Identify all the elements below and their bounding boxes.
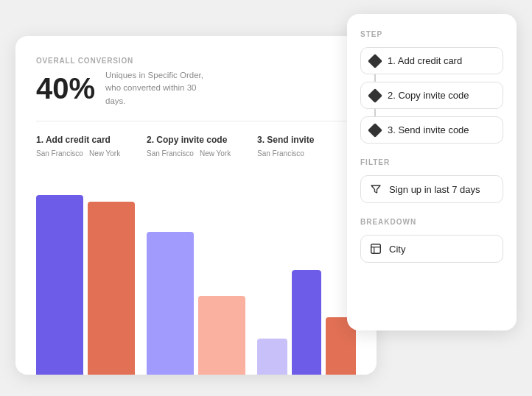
- chart-group-3: 3. Send invite San Francisco: [257, 135, 356, 375]
- chart-group-2-title: 2. Copy invite code: [147, 135, 245, 145]
- filter-section-label: FILTER: [360, 158, 503, 166]
- breakdown-section: BREAKDOWN City: [360, 218, 503, 263]
- steps-section: STEP 1. Add credit card 2. Copy invite c…: [360, 30, 503, 144]
- chart-group-1-title: 1. Add credit card: [36, 135, 135, 145]
- breakdown-section-label: BREAKDOWN: [360, 218, 503, 226]
- step-label-1: 1. Add credit card: [388, 55, 462, 66]
- step-row-1: 1. Add credit card: [360, 47, 503, 82]
- chart-group-1: 1. Add credit card San Francisco New Yor…: [36, 135, 135, 375]
- svg-rect-0: [371, 244, 381, 254]
- breakdown-item[interactable]: City: [360, 235, 503, 263]
- conversion-percent: 40%: [36, 74, 95, 103]
- breakdown-icon: [370, 243, 382, 255]
- chart-group-1-label-sf: San Francisco: [36, 149, 83, 158]
- filter-section: FILTER Sign up in last 7 days: [360, 158, 503, 203]
- diamond-icon-2: [368, 88, 382, 103]
- bar-g3-1: [257, 339, 287, 375]
- divider: [36, 121, 356, 121]
- chart-group-2-label-sf: San Francisco: [147, 149, 194, 158]
- bar-g2-ny: [198, 296, 245, 375]
- chart-group-3-title: 3. Send invite: [257, 135, 356, 145]
- chart-group-1-label-ny: New York: [89, 149, 120, 158]
- bar-g1-sf: [36, 195, 83, 375]
- step-row-2: 2. Copy invite code: [360, 82, 503, 116]
- step-label-2: 2. Copy invite code: [388, 90, 469, 101]
- step-item-2[interactable]: 2. Copy invite code: [360, 82, 503, 109]
- diamond-icon-1: [368, 54, 382, 68]
- chart-area: 1. Add credit card San Francisco New Yor…: [36, 135, 356, 375]
- overall-label: OVERALL CONVERSION: [36, 57, 356, 65]
- step-section-label: STEP: [360, 30, 503, 38]
- chart-group-3-label-sf: San Francisco: [257, 149, 304, 158]
- filter-label: Sign up in last 7 days: [389, 184, 480, 195]
- chart-group-3-bars: [257, 163, 356, 375]
- chart-group-1-bars: [36, 163, 135, 375]
- chart-group-2-bars: [147, 163, 245, 375]
- bar-g1-ny: [88, 202, 135, 375]
- breakdown-label: City: [389, 244, 405, 255]
- conversion-desc: Uniques in Specific Order, who converted…: [105, 69, 216, 107]
- filter-item[interactable]: Sign up in last 7 days: [360, 175, 503, 203]
- step-label-3: 3. Send invite code: [388, 124, 469, 135]
- right-panel: STEP 1. Add credit card 2. Copy invite c…: [347, 14, 517, 330]
- funnel-icon: [370, 183, 382, 195]
- bar-g3-2: [292, 270, 322, 375]
- bar-g2-sf: [147, 232, 194, 375]
- chart-card: OVERALL CONVERSION 40% Uniques in Specif…: [15, 36, 377, 375]
- connector-1: [374, 74, 376, 82]
- step-item-1[interactable]: 1. Add credit card: [360, 47, 503, 74]
- step-row-3: 3. Send invite code: [360, 116, 503, 144]
- chart-group-2-label-ny: New York: [200, 149, 231, 158]
- connector-2: [374, 109, 376, 116]
- step-item-3[interactable]: 3. Send invite code: [360, 116, 503, 144]
- diamond-icon-3: [368, 123, 382, 138]
- chart-group-2: 2. Copy invite code San Francisco New Yo…: [147, 135, 245, 375]
